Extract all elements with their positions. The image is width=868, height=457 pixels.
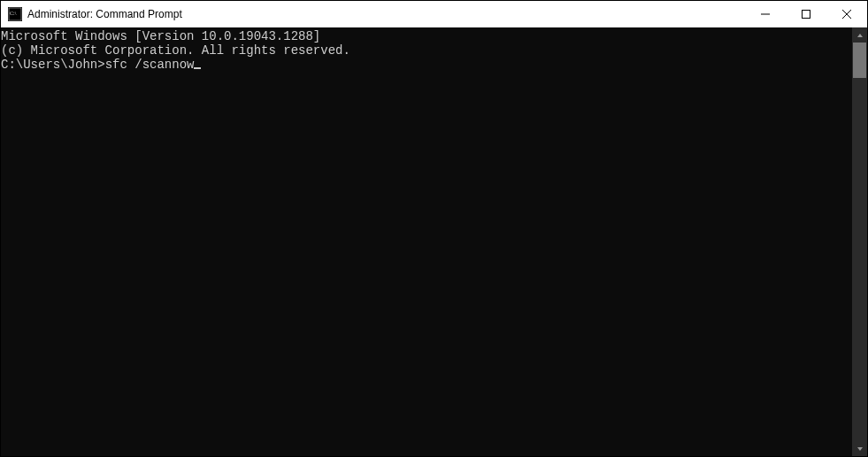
command-input[interactable]: sfc /scannow (105, 58, 195, 72)
prompt: C:\Users\John> (1, 58, 105, 72)
client-area: Microsoft Windows [Version 10.0.19043.12… (1, 27, 867, 456)
command-prompt-window: C:\ Administrator: Command Prompt Micros… (0, 0, 868, 457)
maximize-button[interactable] (786, 1, 826, 27)
window-title: Administrator: Command Prompt (27, 8, 182, 20)
prompt-line: C:\Users\John>sfc /scannow (1, 58, 852, 72)
scroll-up-arrow-icon[interactable] (852, 27, 867, 43)
scroll-down-arrow-icon[interactable] (852, 441, 867, 456)
svg-marker-8 (857, 447, 863, 451)
text-cursor (194, 67, 201, 69)
scroll-thumb[interactable] (853, 43, 866, 78)
vertical-scrollbar[interactable] (852, 27, 867, 456)
window-controls (745, 1, 867, 27)
svg-text:C:\: C:\ (10, 11, 17, 16)
svg-rect-4 (803, 11, 810, 19)
close-button[interactable] (826, 1, 867, 27)
minimize-button[interactable] (745, 1, 786, 27)
output-line: (c) Microsoft Corporation. All rights re… (1, 43, 852, 58)
svg-marker-7 (857, 34, 863, 37)
terminal-output[interactable]: Microsoft Windows [Version 10.0.19043.12… (1, 27, 852, 456)
title-bar[interactable]: C:\ Administrator: Command Prompt (1, 1, 867, 27)
output-line: Microsoft Windows [Version 10.0.19043.12… (1, 29, 852, 43)
cmd-icon: C:\ (8, 7, 22, 21)
